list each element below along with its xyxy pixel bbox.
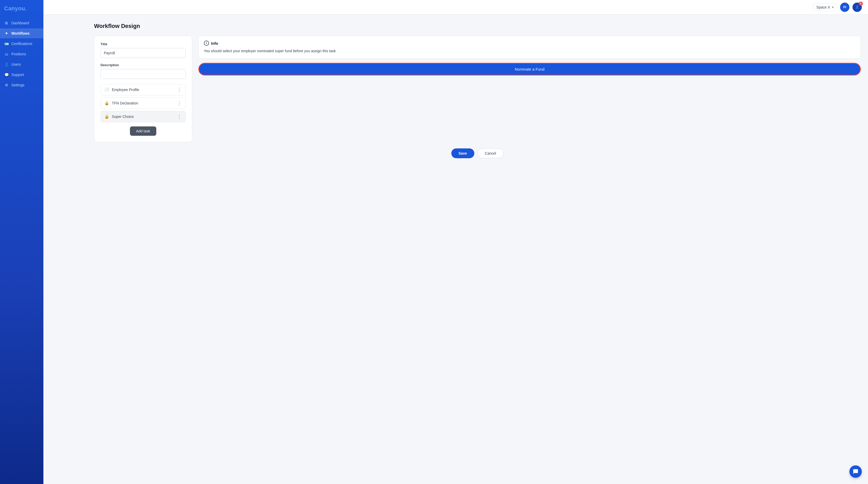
users-icon: 👤 <box>4 62 9 67</box>
workspace-selector[interactable]: Space X ▾ <box>813 3 837 11</box>
task-menu-icon[interactable]: ⋮ <box>177 114 182 119</box>
task-item-super-choice[interactable]: 🔒 Super Choice ⋮ <box>100 111 186 122</box>
sidebar: Canyou. ⊞ Dashboard ✦ Workflows 🪪 Certif… <box>0 0 43 484</box>
cancel-button[interactable]: Cancel <box>477 148 504 158</box>
sidebar-item-label: Positions <box>11 52 26 56</box>
info-box-header: i Info <box>204 40 855 46</box>
sidebar-nav: ⊞ Dashboard ✦ Workflows 🪪 Certifications… <box>0 18 43 90</box>
app-logo: Canyou. <box>0 5 43 18</box>
dashboard-icon: ⊞ <box>4 21 9 25</box>
positions-icon: 🗂 <box>4 52 9 56</box>
employee-profile-icon: 📄 <box>104 87 109 92</box>
sidebar-item-workflows[interactable]: ✦ Workflows <box>0 28 43 38</box>
description-label: Description <box>100 63 186 67</box>
task-label: Super Choice <box>112 115 134 119</box>
task-item-tfn-declaration[interactable]: 🔒 TFN Declaration ⋮ <box>100 97 186 109</box>
sidebar-item-positions[interactable]: 🗂 Positions <box>0 49 43 59</box>
right-panel: i Info You should select your employer n… <box>198 36 861 76</box>
chat-bubble[interactable] <box>849 465 862 478</box>
workflow-card: Title Description 📄 Employee Profile ⋮ 🔒… <box>94 36 192 142</box>
chevron-down-icon: ▾ <box>832 5 834 9</box>
chat-icon <box>853 469 859 475</box>
main-content: Workflow Design Title Description 📄 Empl… <box>87 15 868 484</box>
settings-icon: ⚙ <box>4 83 9 87</box>
certifications-icon: 🪪 <box>4 41 9 46</box>
sidebar-item-support[interactable]: 💬 Support <box>0 70 43 80</box>
task-list: 📄 Employee Profile ⋮ 🔒 TFN Declaration ⋮… <box>100 84 186 122</box>
page-title: Workflow Design <box>94 23 861 29</box>
support-icon: 💬 <box>4 73 9 77</box>
task-label: Employee Profile <box>112 88 139 92</box>
task-item-employee-profile[interactable]: 📄 Employee Profile ⋮ <box>100 84 186 95</box>
info-title: Info <box>211 41 218 46</box>
notification-avatar[interactable]: 👤 6 <box>852 3 862 12</box>
sidebar-item-label: Users <box>11 62 21 66</box>
add-task-button[interactable]: Add task <box>130 126 156 136</box>
title-input[interactable] <box>100 48 186 58</box>
sidebar-item-label: Certifications <box>11 41 32 46</box>
title-label: Title <box>100 42 186 46</box>
sidebar-item-settings[interactable]: ⚙ Settings <box>0 80 43 90</box>
description-input[interactable] <box>100 69 186 79</box>
sidebar-item-dashboard[interactable]: ⊞ Dashboard <box>0 18 43 28</box>
sidebar-item-label: Workflows <box>11 31 30 35</box>
sidebar-item-label: Support <box>11 73 24 77</box>
workflows-icon: ✦ <box>4 31 9 36</box>
action-row: Save Cancel <box>94 148 861 158</box>
sidebar-item-label: Dashboard <box>11 21 29 25</box>
task-menu-icon[interactable]: ⋮ <box>177 100 182 106</box>
super-choice-icon: 🔒 <box>104 114 109 119</box>
header: Space X ▾ FI 👤 6 <box>43 0 868 15</box>
task-menu-icon[interactable]: ⋮ <box>177 87 182 92</box>
info-icon: i <box>204 40 209 46</box>
task-label: TFN Declaration <box>112 101 138 105</box>
header-right: Space X ▾ FI 👤 6 <box>813 3 862 12</box>
sidebar-item-users[interactable]: 👤 Users <box>0 59 43 69</box>
avatar[interactable]: FI <box>840 3 849 12</box>
content-grid: Title Description 📄 Employee Profile ⋮ 🔒… <box>94 36 861 142</box>
sidebar-item-certifications[interactable]: 🪪 Certifications <box>0 39 43 49</box>
notification-badge: 6 <box>859 2 863 6</box>
sidebar-item-label: Settings <box>11 83 25 87</box>
info-text: You should select your employer nominate… <box>204 48 855 54</box>
nominate-fund-button[interactable]: Nominate a Fund <box>198 63 861 76</box>
info-box: i Info You should select your employer n… <box>198 36 861 59</box>
save-button[interactable]: Save <box>451 148 474 158</box>
tfn-declaration-icon: 🔒 <box>104 101 109 106</box>
workspace-name: Space X <box>816 5 830 9</box>
